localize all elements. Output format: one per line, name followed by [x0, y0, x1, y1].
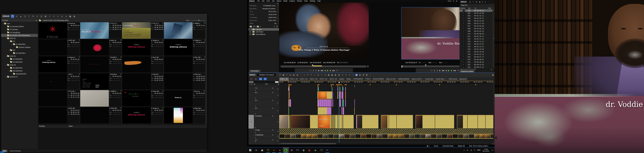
timeline-clip[interactable]	[345, 87, 346, 91]
timeline-clip[interactable]	[318, 99, 331, 107]
bin-grid-scrollbar[interactable]: ▲	[205, 22, 207, 125]
link-icon[interactable]: ⊂⊃	[259, 78, 262, 80]
info-scrollbar[interactable]: ▲▼	[278, 4, 279, 24]
bin-clip[interactable]: T20140813...In00:00:00:00Out--:--:--:--D…	[80, 56, 122, 73]
effect-checkbox[interactable]: ✓	[249, 28, 251, 30]
timeline-clip[interactable]	[342, 99, 344, 107]
track-header-1-original[interactable]: 1 ORIGINAL▶▥⇄	[248, 134, 279, 139]
sequence-tab[interactable]: DVD AUTORING	[372, 78, 385, 81]
out-icon[interactable]: ↧	[348, 74, 350, 76]
layout-dropdown[interactable]: Full ▾	[448, 0, 451, 2]
clock[interactable]: 12:1420.9.2019.	[482, 148, 490, 152]
pen-icon[interactable]: ✎	[474, 149, 475, 151]
bin-clip[interactable]: ♥umijećebračnog odnosa◧Umijece b...In00:…	[122, 39, 164, 56]
rewind-icon[interactable]: ◀◀	[320, 70, 323, 71]
marker-row[interactable]: ✓00300:02:54:11	[460, 14, 492, 17]
timeline-clip[interactable]	[318, 87, 319, 91]
sequence-marker-icon[interactable]	[340, 84, 342, 85]
marker-import-icon[interactable]: ⇅	[476, 1, 477, 3]
unlink-icon[interactable]: ✖	[362, 74, 364, 76]
menu-clip[interactable]: Clip	[271, 0, 276, 2]
bin-clip[interactable]: ◧0023_MD...In00:00:00:00Out--:--:--:--Du…	[38, 39, 80, 56]
expand-icon[interactable]: ▶	[255, 113, 256, 114]
marker-row[interactable]: ✓01200:03:11:12	[460, 38, 492, 40]
voiceover-icon[interactable]: ⊙	[324, 74, 326, 76]
undo-icon[interactable]: ↶	[306, 74, 309, 76]
track-sync-icon[interactable]: ⇄	[277, 110, 278, 112]
menu-settings[interactable]: Settings	[309, 0, 316, 2]
bin-clip[interactable]: TDVD 1In00:00:00:00Out--:--:--:--Dur--:-…	[38, 73, 80, 90]
menu-render[interactable]: Render	[296, 0, 303, 2]
anchor-checkbox[interactable]: ✓	[463, 40, 465, 42]
sequence-tab[interactable]: DVD 1 - 2/2	[289, 78, 299, 81]
marker-pin-icon[interactable]: ⊤	[472, 1, 474, 3]
bin-clip[interactable]: ◧0023_MD...In00:00:00:00Out--:--:--:--Du…	[80, 107, 122, 124]
timeline-clip[interactable]	[331, 86, 332, 87]
set-in-icon[interactable]: ❙	[434, 70, 435, 71]
marker-row[interactable]: ✓00600:02:57:20	[460, 22, 492, 25]
bin-clip[interactable]: ✳FOKUSObiteljskiŽivotpredstavlja◧Fokus O…	[122, 90, 164, 107]
close-icon[interactable]: ✕	[484, 1, 486, 3]
language-indicator[interactable]: HRV	[477, 149, 480, 151]
timeline-playhead[interactable]	[339, 86, 339, 142]
track-header-7-v[interactable]: 7 V▶▥⇄	[248, 87, 279, 91]
anchor-checkbox[interactable]: ✓	[463, 64, 465, 66]
sequence-marker-icon[interactable]	[439, 84, 440, 85]
tab-sequence-marker[interactable]: Sequence marker	[460, 70, 474, 72]
timeline-hscrollbar[interactable]: ◀▶	[279, 143, 493, 145]
save-icon[interactable]: ▣	[282, 74, 284, 76]
sequence-marker-icon[interactable]	[318, 84, 320, 85]
expand-icon[interactable]: ▶	[255, 105, 256, 107]
sidebar-folder-dvd-01[interactable]: ▾DVD 01	[1, 37, 38, 40]
paste-special-icon[interactable]: ▥	[296, 74, 298, 76]
sequence-tab[interactable]: Uvodni video - ...	[435, 78, 448, 81]
bin-clip[interactable]: ▥0023_MD...In00:00:00:00Out00:00:01:00Du…	[38, 107, 80, 124]
timeline-clip[interactable]	[357, 115, 378, 129]
track-header-6-v[interactable]: 6 V▶▥⇄	[248, 91, 279, 99]
next-frame-icon[interactable]: ▶	[451, 70, 452, 71]
loop-icon[interactable]: ↺	[336, 70, 338, 71]
sync-lock-icon[interactable]: ◨	[355, 74, 358, 76]
sidebar-folder-2-2[interactable]: ▾2/2	[1, 49, 38, 52]
tree-arrow-icon[interactable]: ▾	[6, 38, 7, 39]
timeline-clip[interactable]	[354, 107, 355, 115]
anchor-checkbox[interactable]: ✓	[463, 46, 465, 48]
anchor-checkbox[interactable]: ✓	[463, 56, 465, 58]
folder-close-icon[interactable]: ⊗	[36, 20, 37, 21]
timeline-clip[interactable]	[290, 115, 318, 129]
search-bin-icon[interactable]: S	[60, 15, 64, 18]
timeline-clip[interactable]	[333, 99, 333, 107]
bin-clip[interactable]: ◧0010_MD...In00:00:00:00Out--:--:--:--Du…	[122, 56, 164, 73]
grid-view-icon[interactable]: ▦	[68, 15, 72, 18]
sequence-marker-icon[interactable]	[475, 84, 476, 85]
sequence-tab[interactable]: DVD 2 - 2/1	[299, 78, 309, 81]
menu-tools[interactable]: Tools	[303, 0, 309, 2]
timeline-clip[interactable]	[337, 86, 338, 87]
effect-checkbox[interactable]: ✓	[249, 31, 251, 33]
timeline-clip[interactable]	[345, 99, 346, 107]
timeline-clip[interactable]: Why DID you getPage 6	[318, 115, 354, 129]
refresh-icon[interactable]: ↻	[32, 15, 35, 18]
expand-icon[interactable]: ▶	[255, 127, 256, 128]
sequence-tab[interactable]: DVD 2 - 2/2	[309, 78, 318, 81]
zoom-in-button[interactable]: ▶	[278, 83, 279, 85]
copy-icon[interactable]: ◫	[289, 74, 292, 76]
marker-down-icon[interactable]	[250, 78, 253, 80]
start-button[interactable]	[247, 147, 253, 153]
sequence-tab[interactable]: DVD 3 - 2/1	[319, 78, 328, 81]
timeline-clip[interactable]	[340, 99, 341, 107]
track-header-1-t[interactable]: 1 T▶▥⇄	[248, 139, 279, 142]
open-icon[interactable]: ❐	[279, 74, 281, 76]
bin-clip[interactable]: ✳FOKUS◧FokusLog...In00:00:00:00Out--:--:…	[38, 22, 80, 39]
timeline-clip[interactable]	[345, 91, 346, 99]
sequence-tab[interactable]: TYPO 4	[364, 78, 372, 81]
anchor-checkbox[interactable]: ✓	[463, 20, 465, 22]
sidebar-folder-02-grafika[interactable]: 02 GRAFIKA	[1, 52, 38, 55]
tree-arrow-icon[interactable]: ▾	[6, 64, 7, 66]
prev-frame-icon[interactable]: ◀	[324, 70, 326, 71]
picasa-icon[interactable]: ✿	[289, 147, 295, 153]
tree-arrow-icon[interactable]: ▾	[8, 50, 10, 51]
tree-arrow-icon[interactable]: ▾	[11, 44, 13, 45]
sidebar-folder-03-virtualdub[interactable]: 03 VirtualDub	[1, 31, 38, 34]
player-video[interactable]: Page 8 ARTICLE "Five Things I Wish I'd K…	[279, 2, 369, 60]
